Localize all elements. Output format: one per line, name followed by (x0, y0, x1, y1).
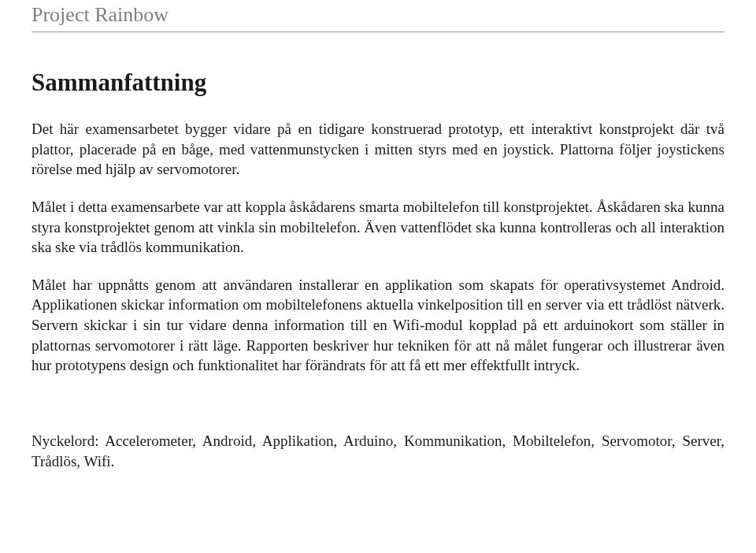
abstract-paragraph-1: Det här examensarbetet bygger vidare på … (32, 119, 724, 180)
abstract-paragraph-3: Målet har uppnåtts genom att användaren … (32, 275, 724, 376)
keywords-line: Nyckelord: Accelerometer, Android, Appli… (32, 431, 724, 471)
header-title: Project Rainbow (32, 3, 169, 26)
document-page: Project Rainbow Sammanfattning Det här e… (0, 0, 756, 518)
section-heading: Sammanfattning (32, 69, 724, 97)
abstract-paragraph-2: Målet i detta examensarbete var att kopp… (32, 197, 724, 258)
page-header: Project Rainbow (32, 0, 724, 32)
